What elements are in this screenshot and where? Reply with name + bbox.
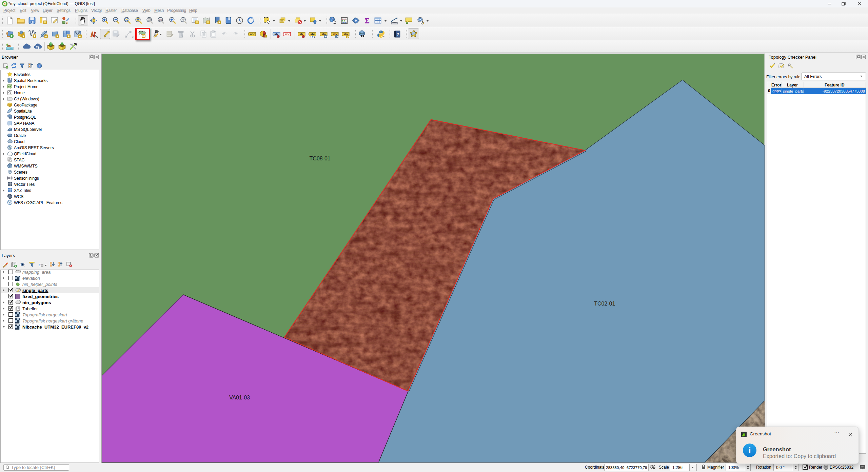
svg-text:abc: abc [250, 33, 255, 36]
svg-text:abc: abc [310, 33, 315, 36]
svg-text:?: ? [396, 32, 399, 37]
svg-text:1:1: 1:1 [159, 18, 162, 21]
svg-text:Σ: Σ [364, 17, 370, 25]
svg-text:ε: ε [39, 262, 41, 267]
svg-text:TC02-01: TC02-01 [594, 301, 615, 307]
svg-text:TC08-01: TC08-01 [310, 156, 331, 161]
svg-text:abc: abc [285, 33, 290, 36]
svg-text:VA01-03: VA01-03 [229, 395, 250, 400]
svg-text:a: a [66, 21, 69, 25]
